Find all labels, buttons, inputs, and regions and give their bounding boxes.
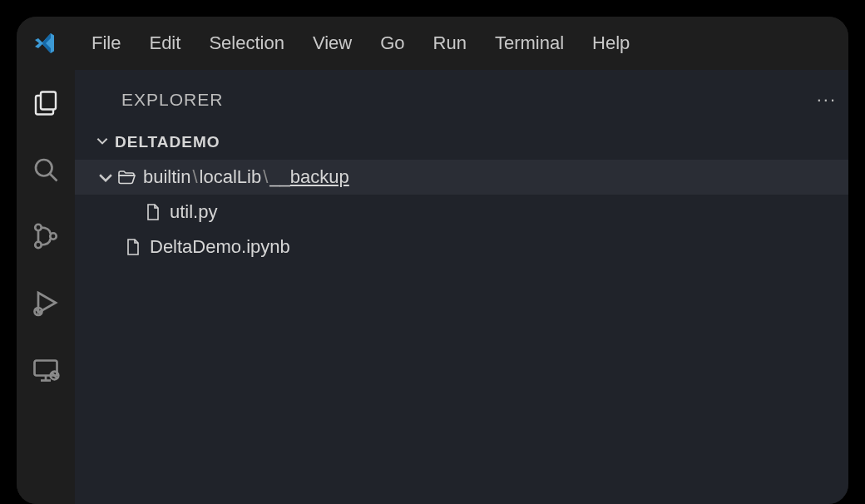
menu-run[interactable]: Run bbox=[420, 27, 480, 59]
menu-edit[interactable]: Edit bbox=[136, 27, 194, 59]
workspace-name: DELTADEMO bbox=[115, 133, 220, 151]
activity-run-debug-icon[interactable] bbox=[29, 286, 62, 319]
path-seg-2: localLib bbox=[200, 166, 262, 188]
file-label: util.py bbox=[170, 201, 217, 223]
file-tree: builtin \ localLib \ __backup bbox=[75, 155, 848, 264]
vscode-logo-icon bbox=[32, 30, 58, 57]
path-seg-3: backup bbox=[290, 166, 349, 188]
svg-rect-0 bbox=[41, 92, 56, 110]
activity-search-icon[interactable] bbox=[29, 153, 62, 186]
explorer-sidebar: EXPLORER ··· DELTADEMO bbox=[75, 70, 848, 504]
menu-help[interactable]: Help bbox=[579, 27, 643, 59]
file-icon bbox=[141, 202, 165, 222]
svg-point-5 bbox=[50, 233, 57, 240]
file-icon bbox=[121, 237, 145, 257]
folder-open-icon bbox=[115, 167, 138, 187]
svg-point-4 bbox=[35, 242, 42, 249]
activity-source-control-icon[interactable] bbox=[29, 220, 62, 253]
tree-file-row[interactable]: util.py bbox=[75, 195, 848, 230]
explorer-title: EXPLORER bbox=[121, 90, 223, 110]
path-seg-1: builtin bbox=[143, 166, 190, 188]
activity-explorer-icon[interactable] bbox=[29, 86, 62, 120]
svg-point-3 bbox=[35, 225, 42, 231]
menu-selection[interactable]: Selection bbox=[195, 27, 298, 59]
chevron-down-icon bbox=[95, 133, 110, 151]
tree-folder-row[interactable]: builtin \ localLib \ __backup bbox=[75, 160, 848, 195]
activity-remote-icon[interactable] bbox=[29, 353, 62, 386]
explorer-more-icon[interactable]: ··· bbox=[817, 89, 840, 111]
title-bar: File Edit Selection View Go Run Terminal… bbox=[17, 17, 848, 70]
path-sep: \ bbox=[190, 166, 199, 188]
file-label: DeltaDemo.ipynb bbox=[150, 236, 290, 258]
workspace-section-header[interactable]: DELTADEMO bbox=[75, 130, 848, 155]
vscode-window: File Edit Selection View Go Run Terminal… bbox=[17, 17, 848, 504]
folder-path-label: builtin \ localLib \ __backup bbox=[143, 166, 349, 188]
path-sep: \ bbox=[261, 166, 269, 188]
chevron-down-icon bbox=[96, 167, 115, 187]
menu-view[interactable]: View bbox=[299, 27, 365, 59]
activity-bar bbox=[17, 70, 75, 504]
tree-file-row[interactable]: DeltaDemo.ipynb bbox=[75, 230, 848, 264]
menu-go[interactable]: Go bbox=[367, 27, 418, 59]
svg-line-2 bbox=[50, 174, 57, 180]
explorer-header: EXPLORER ··· bbox=[75, 70, 848, 130]
path-seg-3-prefix: __ bbox=[269, 166, 289, 188]
menu-file[interactable]: File bbox=[78, 27, 134, 59]
menu-terminal[interactable]: Terminal bbox=[482, 27, 577, 59]
menu-bar: File Edit Selection View Go Run Terminal… bbox=[78, 27, 643, 59]
svg-point-1 bbox=[36, 160, 52, 176]
